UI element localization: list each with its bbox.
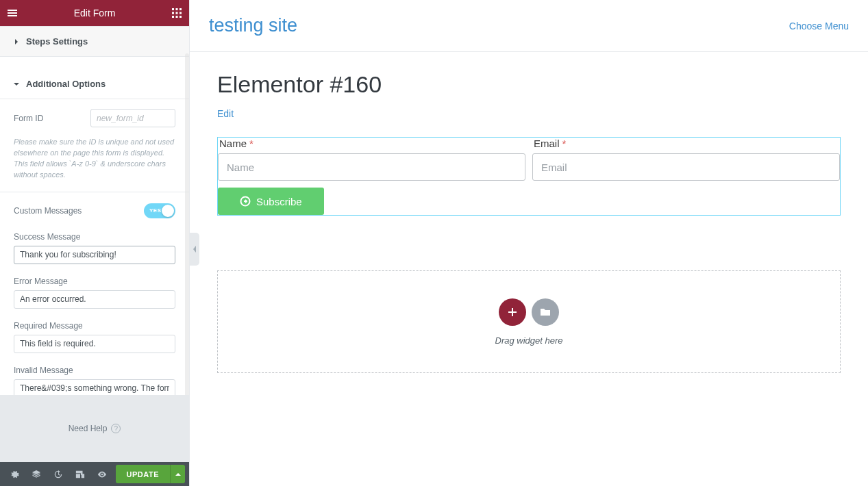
choose-menu-link[interactable]: Choose Menu bbox=[789, 21, 849, 31]
required-message-label: Required Message bbox=[14, 321, 175, 331]
widget-dropzone[interactable]: Drag widget here bbox=[217, 270, 841, 373]
form-row: Name* Email* bbox=[218, 138, 840, 181]
edit-link[interactable]: Edit bbox=[217, 108, 234, 119]
help-area[interactable]: Need Help ? bbox=[0, 395, 189, 462]
folder-icon bbox=[540, 307, 551, 318]
svg-rect-6 bbox=[172, 16, 174, 18]
toggle-yes-text: YES bbox=[149, 203, 162, 218]
form-id-row: Form ID bbox=[14, 99, 175, 137]
site-title[interactable]: testing site bbox=[209, 15, 297, 36]
panel-body: Steps Settings Additional Options Form I… bbox=[0, 26, 189, 395]
name-label-text: Name bbox=[219, 138, 247, 149]
menu-icon[interactable] bbox=[7, 8, 18, 18]
section-steps-settings[interactable]: Steps Settings bbox=[0, 26, 189, 57]
svg-rect-3 bbox=[172, 12, 174, 14]
svg-rect-4 bbox=[176, 12, 178, 14]
template-library-button[interactable] bbox=[532, 298, 559, 326]
apps-grid-icon[interactable] bbox=[171, 8, 182, 18]
update-button-group: UPDATE bbox=[116, 465, 185, 483]
caret-right-icon bbox=[14, 39, 21, 44]
name-input[interactable] bbox=[218, 153, 525, 181]
custom-messages-label: Custom Messages bbox=[14, 206, 82, 216]
page-content: Elementor #160 Edit Name* Email* bbox=[190, 52, 868, 414]
form-widget[interactable]: Name* Email* Subscribe bbox=[217, 137, 841, 216]
need-help-label: Need Help bbox=[69, 424, 108, 433]
name-field: Name* bbox=[218, 138, 525, 181]
help-icon: ? bbox=[111, 424, 121, 433]
name-label: Name* bbox=[219, 138, 525, 149]
svg-rect-8 bbox=[179, 16, 182, 18]
layers-icon[interactable] bbox=[26, 462, 47, 486]
add-section-button[interactable] bbox=[499, 298, 526, 326]
form-id-label: Form ID bbox=[14, 114, 43, 123]
required-asterisk: * bbox=[562, 138, 567, 149]
subscribe-button[interactable]: Subscribe bbox=[218, 188, 324, 215]
email-input[interactable] bbox=[532, 153, 840, 181]
error-message-block: Error Message bbox=[14, 271, 175, 316]
custom-messages-row: Custom Messages YES bbox=[14, 192, 175, 227]
arrow-right-circle-icon bbox=[240, 196, 251, 207]
svg-rect-7 bbox=[176, 16, 178, 18]
success-message-block: Success Message bbox=[14, 227, 175, 271]
email-label: Email* bbox=[534, 138, 840, 149]
section-label: Additional Options bbox=[26, 79, 106, 89]
panel-collapse-handle[interactable] bbox=[190, 233, 199, 266]
custom-messages-toggle[interactable]: YES bbox=[144, 203, 175, 218]
form-id-hint: Please make sure the ID is unique and no… bbox=[14, 137, 175, 192]
history-icon[interactable] bbox=[48, 462, 69, 486]
required-message-input[interactable] bbox=[14, 335, 175, 353]
form-id-input[interactable] bbox=[90, 109, 175, 127]
dropzone-buttons bbox=[499, 298, 559, 326]
sidebar-footer: UPDATE bbox=[0, 462, 189, 486]
preview-icon[interactable] bbox=[92, 462, 112, 486]
site-header: testing site Choose Menu bbox=[190, 0, 868, 52]
dropzone-text: Drag widget here bbox=[495, 335, 563, 346]
error-message-label: Error Message bbox=[14, 277, 175, 286]
additional-options-content: Form ID Please make sure the ID is uniqu… bbox=[0, 99, 189, 395]
invalid-message-input[interactable] bbox=[14, 379, 175, 395]
panel-title: Edit Form bbox=[18, 8, 171, 18]
section-additional-options[interactable]: Additional Options bbox=[0, 69, 189, 99]
email-field: Email* bbox=[532, 138, 840, 181]
success-message-input[interactable] bbox=[14, 246, 175, 264]
success-message-label: Success Message bbox=[14, 232, 175, 242]
toggle-knob bbox=[162, 205, 174, 217]
plus-icon bbox=[507, 307, 518, 318]
page-title: Elementor #160 bbox=[217, 71, 841, 98]
update-options-button[interactable] bbox=[170, 465, 185, 483]
update-button[interactable]: UPDATE bbox=[116, 465, 170, 483]
svg-rect-2 bbox=[179, 8, 182, 10]
svg-rect-0 bbox=[172, 8, 174, 10]
invalid-message-label: Invalid Message bbox=[14, 366, 175, 375]
email-label-text: Email bbox=[534, 138, 560, 149]
editor-sidebar: Edit Form Steps Settings Additional Opti… bbox=[0, 0, 190, 486]
settings-icon[interactable] bbox=[4, 462, 25, 486]
preview-area: testing site Choose Menu Elementor #160 … bbox=[190, 0, 868, 486]
required-asterisk: * bbox=[249, 138, 253, 149]
invalid-message-block: Invalid Message bbox=[14, 360, 175, 395]
caret-down-icon bbox=[14, 81, 21, 87]
required-message-block: Required Message bbox=[14, 316, 175, 360]
scrollbar[interactable] bbox=[185, 53, 189, 395]
sidebar-header: Edit Form bbox=[0, 0, 189, 26]
section-label: Steps Settings bbox=[26, 36, 88, 47]
svg-rect-5 bbox=[179, 12, 182, 14]
svg-rect-1 bbox=[176, 8, 178, 10]
responsive-icon[interactable] bbox=[70, 462, 90, 486]
subscribe-label: Subscribe bbox=[256, 196, 302, 207]
error-message-input[interactable] bbox=[14, 290, 175, 309]
